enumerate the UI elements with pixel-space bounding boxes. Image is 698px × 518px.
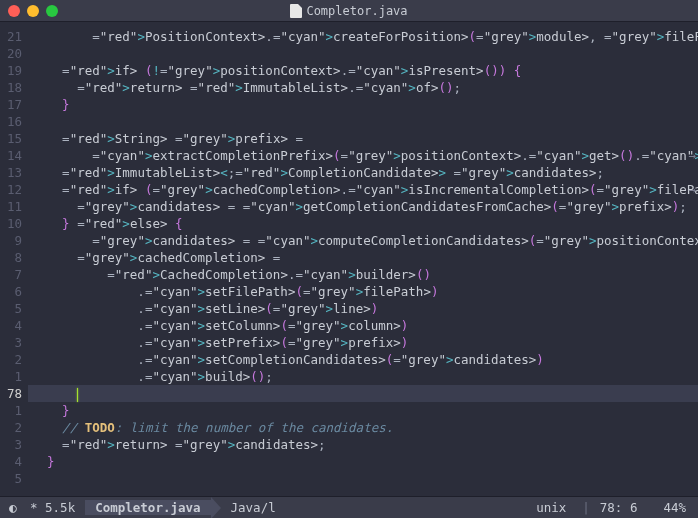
status-bar: ◐ * 5.5k Completor.java Java/l unix | 78… xyxy=(0,496,698,518)
line-number: 18 xyxy=(0,79,22,96)
line-number: 19 xyxy=(0,62,22,79)
code-line[interactable]: ="red">return> ="grey">candidates>; xyxy=(28,436,698,453)
code-line[interactable]: ="red">if> (="grey">cachedCompletion>.="… xyxy=(28,181,698,198)
code-line[interactable]: } xyxy=(28,453,698,470)
line-number: 13 xyxy=(0,164,22,181)
file-icon xyxy=(290,4,302,18)
code-line[interactable]: ="red">if> (!="grey">positionContext>.="… xyxy=(28,62,698,79)
line-number: 17 xyxy=(0,96,22,113)
window-title: Completor.java xyxy=(0,4,698,18)
line-number: 78 xyxy=(0,385,22,402)
zoom-icon[interactable] xyxy=(46,5,58,17)
code-line[interactable]: ="grey">cachedCompletion> = xyxy=(28,249,698,266)
line-number: 2 xyxy=(0,351,22,368)
text-cursor xyxy=(77,388,78,402)
modified-flag: * xyxy=(30,500,38,515)
code-line[interactable]: .="cyan">setPrefix>(="grey">prefix>) xyxy=(28,334,698,351)
code-line[interactable]: ="grey">candidates> = ="cyan">computeCom… xyxy=(28,232,698,249)
line-number: 2 xyxy=(0,419,22,436)
code-line[interactable]: ="red">CachedCompletion>.="cyan">builder… xyxy=(28,266,698,283)
separator-icon: | xyxy=(576,500,596,515)
line-number: 9 xyxy=(0,232,22,249)
status-percent: 44% xyxy=(653,500,698,515)
status-file-segment: * 5.5k xyxy=(26,500,85,515)
line-number: 1 xyxy=(0,402,22,419)
code-line[interactable]: ="red">PositionContext>.="cyan">createFo… xyxy=(28,28,698,45)
overflow-indicator-icon: → xyxy=(688,147,696,164)
line-number: 14 xyxy=(0,147,22,164)
line-number: 1 xyxy=(0,368,22,385)
code-line[interactable] xyxy=(28,45,698,62)
code-line[interactable]: .="cyan">setCompletionCandidates>(="grey… xyxy=(28,351,698,368)
overflow-indicator-icon: → xyxy=(688,181,696,198)
editor-area[interactable]: 2120191817161514131211109876543217812345… xyxy=(0,22,698,496)
code-line[interactable]: // TODO: limit the number of the candida… xyxy=(28,419,698,436)
status-position: 78: 6 xyxy=(596,500,642,515)
editor-window: Completor.java 2120191817161514131211109… xyxy=(0,0,698,518)
code-line[interactable]: ="red">String> ="grey">prefix> = xyxy=(28,130,698,147)
window-controls xyxy=(8,5,58,17)
line-number: 3 xyxy=(0,334,22,351)
line-number: 6 xyxy=(0,283,22,300)
code-line[interactable]: .="cyan">setFilePath>(="grey">filePath>) xyxy=(28,283,698,300)
line-number: 5 xyxy=(0,300,22,317)
line-number: 4 xyxy=(0,453,22,470)
line-number: 12 xyxy=(0,181,22,198)
line-number-gutter: 2120191817161514131211109876543217812345 xyxy=(0,22,28,496)
line-number: 16 xyxy=(0,113,22,130)
line-number: 10 xyxy=(0,215,22,232)
line-number: 20 xyxy=(0,45,22,62)
line-number: 21 xyxy=(0,28,22,45)
line-number: 11 xyxy=(0,198,22,215)
code-line[interactable]: } ="red">else> { xyxy=(28,215,698,232)
title-text: Completor.java xyxy=(306,4,407,18)
code-line[interactable]: ="red">ImmutableList><;="red">Completion… xyxy=(28,164,698,181)
code-line[interactable] xyxy=(28,385,698,402)
line-number: 8 xyxy=(0,249,22,266)
code-line[interactable]: .="cyan">setColumn>(="grey">column>) xyxy=(28,317,698,334)
code-area[interactable]: ="red">PositionContext>.="cyan">createFo… xyxy=(28,22,698,496)
code-line[interactable]: ="grey">candidates> = ="cyan">getComplet… xyxy=(28,198,698,215)
error-indicator-icon[interactable]: ◐ xyxy=(0,500,26,515)
code-line[interactable] xyxy=(28,113,698,130)
code-line[interactable]: ="red">return> ="red">ImmutableList>.="c… xyxy=(28,79,698,96)
status-filename[interactable]: Completor.java xyxy=(85,500,210,515)
separator-icon xyxy=(211,497,221,519)
titlebar: Completor.java xyxy=(0,0,698,22)
line-number: 3 xyxy=(0,436,22,453)
status-language: Java/l xyxy=(221,500,286,515)
code-line[interactable] xyxy=(28,470,698,487)
code-line[interactable]: .="cyan">setLine>(="grey">line>) xyxy=(28,300,698,317)
minimize-icon[interactable] xyxy=(27,5,39,17)
code-line[interactable]: } xyxy=(28,96,698,113)
line-number: 5 xyxy=(0,470,22,487)
line-number: 4 xyxy=(0,317,22,334)
line-number: 15 xyxy=(0,130,22,147)
file-size: 5.5k xyxy=(45,500,75,515)
close-icon[interactable] xyxy=(8,5,20,17)
line-number: 7 xyxy=(0,266,22,283)
status-encoding: unix xyxy=(526,500,576,515)
code-line[interactable]: ="cyan">extractCompletionPrefix>(="grey"… xyxy=(28,147,698,164)
code-line[interactable]: .="cyan">build>(); xyxy=(28,368,698,385)
code-line[interactable]: } xyxy=(28,402,698,419)
